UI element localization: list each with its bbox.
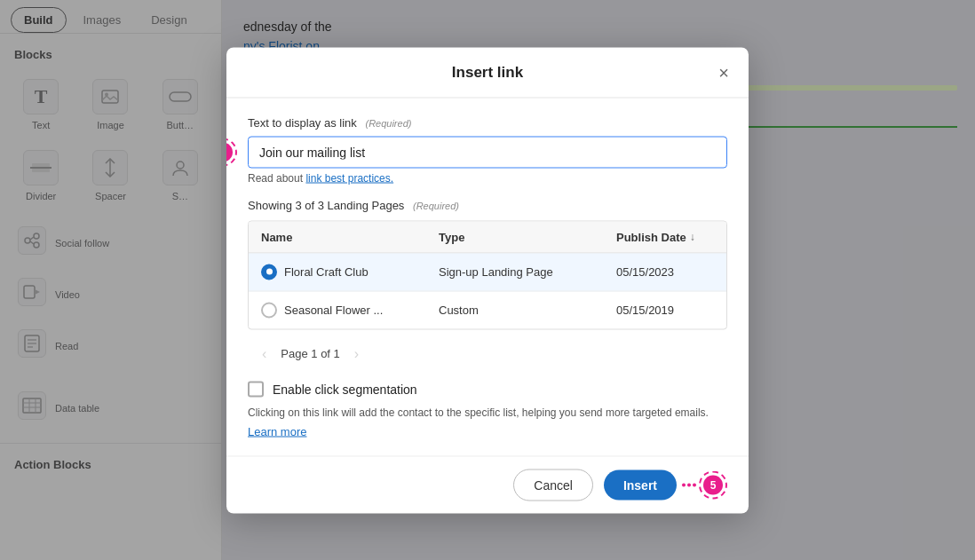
learn-more-link[interactable]: Learn more bbox=[248, 424, 306, 438]
text-input-container: 3 bbox=[248, 136, 727, 168]
modal-title: Insert link bbox=[452, 63, 523, 81]
insert-link-modal: Insert link × Text to display as link (R… bbox=[226, 47, 749, 513]
step5-indicator: 5 bbox=[682, 470, 727, 499]
row1-date: 05/15/2023 bbox=[604, 255, 727, 289]
segmentation-checkbox[interactable] bbox=[248, 381, 264, 397]
hint-text: Read about link best practices. bbox=[248, 171, 727, 184]
col-publish-date[interactable]: Publish Date ↓ bbox=[604, 221, 727, 252]
table-header-row: Name Type Publish Date ↓ bbox=[249, 221, 726, 253]
cancel-button[interactable]: Cancel bbox=[513, 469, 593, 501]
row2-name: Seasonal Flower ... bbox=[249, 291, 426, 328]
showing-label: Showing 3 of 3 Landing Pages (Required) bbox=[248, 198, 727, 211]
row2-date: 05/15/2019 bbox=[604, 293, 727, 327]
col-type: Type bbox=[426, 221, 604, 252]
link-best-practices[interactable]: link best practices. bbox=[305, 171, 393, 184]
table-row[interactable]: Seasonal Flower ... Custom 05/15/2019 bbox=[249, 291, 726, 328]
landing-pages-table: Name Type Publish Date ↓ 4 bbox=[248, 220, 727, 329]
sort-icon: ↓ bbox=[690, 231, 695, 243]
pagination: ‹ Page 1 of 1 › bbox=[248, 340, 727, 374]
col-name: Name bbox=[249, 221, 426, 252]
row1-name: Floral Craft Club bbox=[249, 253, 426, 290]
row2-type: Custom bbox=[426, 293, 604, 327]
close-button[interactable]: × bbox=[715, 59, 733, 84]
modal-header: Insert link × bbox=[226, 47, 749, 98]
modal-body: Text to display as link (Required) 3 Rea… bbox=[226, 98, 749, 455]
next-page-button[interactable]: › bbox=[349, 343, 364, 363]
prev-page-button[interactable]: ‹ bbox=[257, 343, 272, 363]
modal-footer: Cancel Insert 5 bbox=[226, 455, 749, 513]
segmentation-label: Enable click segmentation bbox=[273, 382, 417, 396]
page-label: Page 1 of 1 bbox=[281, 347, 340, 360]
step3-indicator: 3 bbox=[226, 138, 237, 166]
link-text-input[interactable] bbox=[248, 136, 727, 168]
helper-text: Clicking on this link will add the conta… bbox=[248, 404, 727, 420]
row1-radio[interactable] bbox=[261, 264, 277, 280]
table-row[interactable]: 4 Floral Craft Club Sign-up Landing Page… bbox=[249, 253, 726, 291]
insert-button[interactable]: Insert bbox=[604, 469, 677, 500]
row2-radio[interactable] bbox=[261, 302, 277, 318]
segmentation-checkbox-row: Enable click segmentation bbox=[248, 381, 727, 397]
text-field-label: Text to display as link (Required) bbox=[248, 115, 727, 129]
row1-type: Sign-up Landing Page bbox=[426, 255, 604, 289]
